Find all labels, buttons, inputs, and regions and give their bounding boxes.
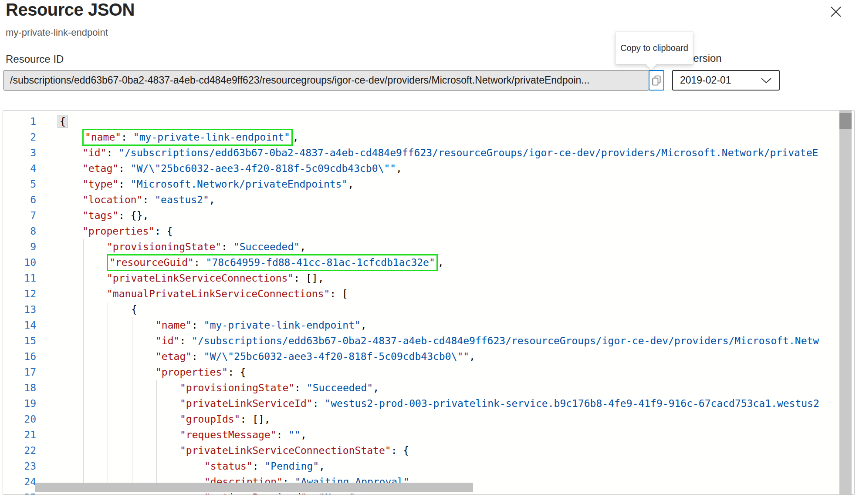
resource-name-subtitle: my-private-link-endpoint xyxy=(6,27,108,38)
json-punctuation: { xyxy=(131,304,137,315)
copy-to-clipboard-button[interactable] xyxy=(649,70,664,91)
json-punctuation: , xyxy=(396,163,402,174)
json-key: "name" xyxy=(85,131,121,143)
json-punctuation: : xyxy=(106,147,118,158)
json-key: "privateLinkServiceId" xyxy=(180,398,313,409)
vertical-scrollbar-track xyxy=(839,111,852,494)
json-punctuation: , xyxy=(361,319,367,331)
code-line: 12"manualPrivateLinkServiceConnections":… xyxy=(3,286,854,302)
json-value: "W/\"25bc6032-aee3-4f20-818f-5c09cdb43cb… xyxy=(204,351,469,362)
json-punctuation: : xyxy=(118,163,131,174)
json-punctuation: : xyxy=(118,178,131,190)
line-number: 10 xyxy=(3,255,36,270)
json-key: "groupIds" xyxy=(180,413,240,425)
line-tokens: "type": "Microsoft.Network/privateEndpoi… xyxy=(36,176,354,192)
code-line: 20"groupIds": [], xyxy=(3,411,854,427)
json-punctuation: : xyxy=(194,257,206,268)
line-number: 3 xyxy=(3,145,36,161)
json-value: "Pending" xyxy=(264,460,319,472)
line-tokens: { xyxy=(36,302,137,317)
code-line: 18"provisioningState": "Succeeded", xyxy=(3,380,854,396)
json-key: "properties" xyxy=(82,225,155,237)
line-tokens: "requestMessage": "", xyxy=(36,427,307,443)
code-line: 11"privateLinkServiceConnections": [], xyxy=(3,270,854,286)
line-tokens: "manualPrivateLinkServiceConnections": [ xyxy=(36,286,348,302)
json-key: "provisioningState" xyxy=(107,241,221,252)
close-button[interactable] xyxy=(826,2,845,21)
line-tokens: "location": "eastus2", xyxy=(36,192,215,208)
json-punctuation: : [], xyxy=(240,413,270,425)
line-number: 2 xyxy=(3,129,36,145)
line-number: 5 xyxy=(3,176,36,192)
line-tokens: "groupIds": [], xyxy=(36,411,271,427)
json-value: "/subscriptions/edd63b67-0ba2-4837-a4eb-… xyxy=(192,335,819,346)
json-punctuation: : xyxy=(313,398,325,409)
json-key: "id" xyxy=(82,147,106,158)
code-line: 7"tags": {}, xyxy=(3,208,854,223)
json-punctuation: , xyxy=(301,429,307,440)
line-number: 8 xyxy=(3,223,36,239)
api-version-selected: 2019-02-01 xyxy=(680,74,731,86)
api-version-dropdown[interactable]: 2019-02-01 xyxy=(672,70,780,91)
code-line: 17"properties": { xyxy=(3,364,854,380)
line-number: 6 xyxy=(3,192,36,208)
resource-id-input[interactable] xyxy=(3,70,649,91)
line-number: 20 xyxy=(3,411,36,427)
code-line: 3"id": "/subscriptions/edd63b67-0ba2-483… xyxy=(3,145,854,161)
json-value: "/subscriptions/edd63b67-0ba2-4837-a4eb-… xyxy=(118,147,818,158)
json-key: "etag" xyxy=(156,351,192,362)
json-punctuation: : xyxy=(221,241,233,252)
code-line: 14"name": "my-private-link-endpoint", xyxy=(3,317,854,333)
json-value: "Succeeded" xyxy=(233,241,300,252)
line-tokens: "privateLinkServiceConnectionState": { xyxy=(36,443,409,458)
line-number: 24 xyxy=(3,474,36,490)
vertical-scrollbar-thumb[interactable] xyxy=(839,113,852,129)
copy-to-clipboard-icon xyxy=(652,75,661,86)
code-line: 22"privateLinkServiceConnectionState": { xyxy=(3,443,854,458)
copy-tooltip: Copy to clipboard xyxy=(616,31,693,64)
code-content: 1{2"name": "my-private-link-endpoint",3"… xyxy=(3,111,854,494)
code-line: 2"name": "my-private-link-endpoint", xyxy=(3,129,854,145)
code-line: 16"etag": "W/\"25bc6032-aee3-4f20-818f-5… xyxy=(3,349,854,364)
line-number: 21 xyxy=(3,427,36,443)
json-punctuation: : [], xyxy=(294,272,324,284)
json-punctuation: { xyxy=(58,115,68,128)
json-punctuation: : xyxy=(192,319,204,331)
horizontal-scrollbar-thumb[interactable] xyxy=(35,483,473,492)
line-number: 4 xyxy=(3,161,36,176)
code-line: 15"id": "/subscriptions/edd63b67-0ba2-48… xyxy=(3,333,854,349)
json-punctuation: : xyxy=(179,335,192,346)
json-punctuation: , xyxy=(209,194,215,205)
line-tokens: "provisioningState": "Succeeded", xyxy=(36,380,379,396)
json-punctuation: : { xyxy=(155,225,173,237)
json-punctuation: : xyxy=(121,131,133,143)
line-tokens: "name": "my-private-link-endpoint", xyxy=(36,129,299,145)
line-tokens: "privateLinkServiceConnections": [], xyxy=(36,270,324,286)
json-value: "Succeeded" xyxy=(307,382,373,393)
json-value: "my-private-link-endpoint" xyxy=(133,131,290,143)
json-value: "None" xyxy=(319,492,355,494)
json-key: "location" xyxy=(82,194,142,205)
line-number: 22 xyxy=(3,443,36,458)
tooltip-pointer xyxy=(646,58,656,69)
code-line: 5"type": "Microsoft.Network/privateEndpo… xyxy=(3,176,854,192)
code-line: 6"location": "eastus2", xyxy=(3,192,854,208)
json-punctuation: : xyxy=(142,194,155,205)
json-punctuation: , xyxy=(300,241,306,252)
json-key: "resourceGuid" xyxy=(109,257,194,268)
line-number: 25 xyxy=(3,490,36,494)
json-value: "westus2-prod-003-privatelink-service.b9… xyxy=(325,398,819,409)
line-tokens: { xyxy=(36,114,68,129)
json-punctuation: : xyxy=(307,492,319,494)
copy-tooltip-text: Copy to clipboard xyxy=(620,43,688,53)
line-number: 1 xyxy=(3,114,36,129)
json-key: "properties" xyxy=(156,366,228,378)
code-line: 9"provisioningState": "Succeeded", xyxy=(3,239,854,255)
chevron-down-icon xyxy=(761,77,772,84)
json-value: "W/\"25bc6032-aee3-4f20-818f-5c09cdb43cb… xyxy=(131,163,396,174)
close-icon xyxy=(829,5,842,18)
line-number: 19 xyxy=(3,396,36,411)
json-code-viewer[interactable]: 1{2"name": "my-private-link-endpoint",3"… xyxy=(3,110,855,495)
json-key: "actionsRequired" xyxy=(204,492,307,494)
line-tokens: "status": "Pending", xyxy=(36,458,325,474)
